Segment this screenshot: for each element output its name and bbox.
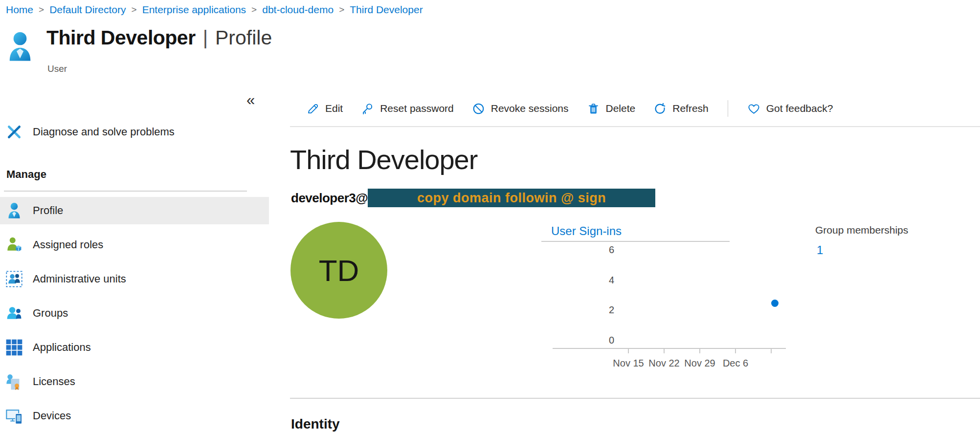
toolbar-edit-button[interactable]: Edit bbox=[306, 102, 343, 115]
breadcrumb-item-third-developer[interactable]: Third Developer bbox=[350, 4, 423, 16]
sidebar-collapse-button[interactable]: « bbox=[244, 91, 258, 109]
sidebar-item-profile[interactable]: Profile bbox=[0, 197, 269, 224]
user-display-name: Third Developer bbox=[290, 144, 477, 175]
chart-x-tick bbox=[771, 348, 772, 353]
heart-icon bbox=[747, 102, 760, 115]
sidebar-top-section: Diagnose and solve problems bbox=[0, 118, 269, 152]
sidebar-item-label: Applications bbox=[33, 341, 91, 354]
chart-y-tick-label: 4 bbox=[565, 275, 614, 286]
sidebar-item-assigned-roles[interactable]: Assigned roles bbox=[0, 231, 269, 259]
chart-x-tick-label: Dec 6 bbox=[711, 358, 760, 369]
page-header: Third Developer | Profile bbox=[46, 26, 272, 49]
sidebar-item-applications[interactable]: Applications bbox=[0, 334, 269, 361]
chart-y-tick-label: 0 bbox=[565, 335, 614, 346]
toolbar-button-label: Refresh bbox=[672, 103, 709, 114]
applications-grid-icon bbox=[6, 339, 22, 356]
toolbar-button-label: Edit bbox=[325, 103, 343, 114]
entity-type-label: User bbox=[47, 64, 67, 74]
breadcrumb-separator: > bbox=[251, 4, 257, 15]
chart-data-point[interactable] bbox=[771, 300, 779, 307]
toolbar-delete-button[interactable]: Delete bbox=[587, 102, 636, 115]
group-memberships-value[interactable]: 1 bbox=[817, 243, 823, 257]
chart-y-tick-label: 2 bbox=[565, 304, 614, 316]
upn-prefix: developer3@ bbox=[291, 191, 368, 206]
sidebar-item-label: Profile bbox=[33, 204, 63, 217]
title-separator: | bbox=[203, 27, 208, 49]
devices-icon bbox=[6, 408, 22, 424]
page-view-label: Profile bbox=[215, 26, 272, 49]
breadcrumb-item-default-directory[interactable]: Default Directory bbox=[49, 4, 126, 16]
sidebar-section-label: Manage bbox=[6, 168, 46, 181]
sidebar-item-label: Administrative units bbox=[33, 273, 126, 285]
toolbar-revoke-sessions-button[interactable]: Revoke sessions bbox=[472, 102, 569, 115]
redaction-overlay: copy domain followin @ sign bbox=[368, 189, 655, 207]
group-memberships-label: Group memberships bbox=[815, 224, 908, 236]
sidebar-item-label: Licenses bbox=[33, 375, 75, 388]
licenses-icon bbox=[6, 373, 22, 390]
chart-title-divider bbox=[541, 241, 730, 242]
breadcrumb: Home>Default Directory>Enterprise applic… bbox=[6, 4, 423, 16]
sidebar-item-label: Devices bbox=[33, 410, 71, 422]
user-icon bbox=[6, 202, 22, 219]
toolbar-button-label: Revoke sessions bbox=[491, 103, 569, 114]
sidebar-item-label: Groups bbox=[33, 307, 68, 320]
breadcrumb-item-dbt-cloud-demo[interactable]: dbt-cloud-demo bbox=[262, 4, 334, 16]
sidebar-item-label: Assigned roles bbox=[33, 238, 103, 251]
avatar: TD bbox=[290, 222, 387, 319]
breadcrumb-separator: > bbox=[39, 4, 44, 15]
chart-x-axis bbox=[553, 348, 786, 349]
section-divider bbox=[290, 398, 980, 399]
sidebar-manage-section: Profile Assigned roles Administrative un… bbox=[0, 197, 269, 432]
identity-section-heading: Identity bbox=[291, 416, 340, 432]
breadcrumb-item-home[interactable]: Home bbox=[6, 4, 33, 16]
sidebar-item-administrative-units[interactable]: Administrative units bbox=[0, 265, 269, 293]
chart-y-tick-label: 6 bbox=[565, 244, 614, 256]
breadcrumb-separator: > bbox=[132, 4, 137, 15]
sidebar-item-groups[interactable]: Groups bbox=[0, 300, 269, 327]
breadcrumb-separator: > bbox=[339, 4, 344, 15]
assigned-roles-icon bbox=[6, 237, 22, 253]
sidebar-section-divider bbox=[4, 191, 247, 192]
diagnose-tools-icon bbox=[6, 124, 22, 140]
chart-x-tick bbox=[735, 348, 736, 353]
page-title: Third Developer bbox=[46, 26, 196, 49]
toolbar-button-label: Delete bbox=[606, 103, 636, 114]
trash-icon bbox=[587, 102, 600, 115]
user-signins-chart-title[interactable]: User Sign-ins bbox=[551, 224, 622, 238]
command-bar: Edit Reset password Revoke sessions Dele… bbox=[290, 96, 833, 121]
sidebar-item-label: Diagnose and solve problems bbox=[33, 126, 175, 138]
user-principal-name-row: developer3@ copy domain followin @ sign bbox=[291, 189, 655, 207]
key-icon bbox=[361, 102, 374, 115]
command-bar-divider bbox=[290, 126, 980, 127]
breadcrumb-item-enterprise-applications[interactable]: Enterprise applications bbox=[142, 4, 246, 16]
azure-user-profile-page: Home>Default Directory>Enterprise applic… bbox=[0, 0, 980, 432]
toolbar-divider bbox=[728, 100, 728, 117]
refresh-icon bbox=[653, 102, 667, 115]
toolbar-refresh-button[interactable]: Refresh bbox=[653, 102, 709, 115]
pencil-icon bbox=[306, 102, 319, 115]
administrative-units-icon bbox=[6, 271, 22, 287]
toolbar-got-feedback-button[interactable]: Got feedback? bbox=[747, 102, 833, 115]
chart-x-tick bbox=[664, 348, 665, 353]
sidebar-item-licenses[interactable]: Licenses bbox=[0, 368, 269, 395]
toolbar-button-label: Reset password bbox=[380, 103, 454, 114]
toolbar-button-label: Got feedback? bbox=[766, 103, 833, 114]
block-icon bbox=[472, 102, 485, 115]
groups-icon bbox=[6, 305, 22, 322]
sidebar-item-diagnose-and-solve-problems[interactable]: Diagnose and solve problems bbox=[0, 118, 269, 146]
sidebar-item-devices[interactable]: Devices bbox=[0, 402, 269, 430]
user-avatar-icon bbox=[8, 31, 32, 65]
toolbar-reset-password-button[interactable]: Reset password bbox=[361, 102, 454, 115]
chart-x-tick bbox=[699, 348, 700, 353]
chart-x-tick bbox=[628, 348, 629, 353]
